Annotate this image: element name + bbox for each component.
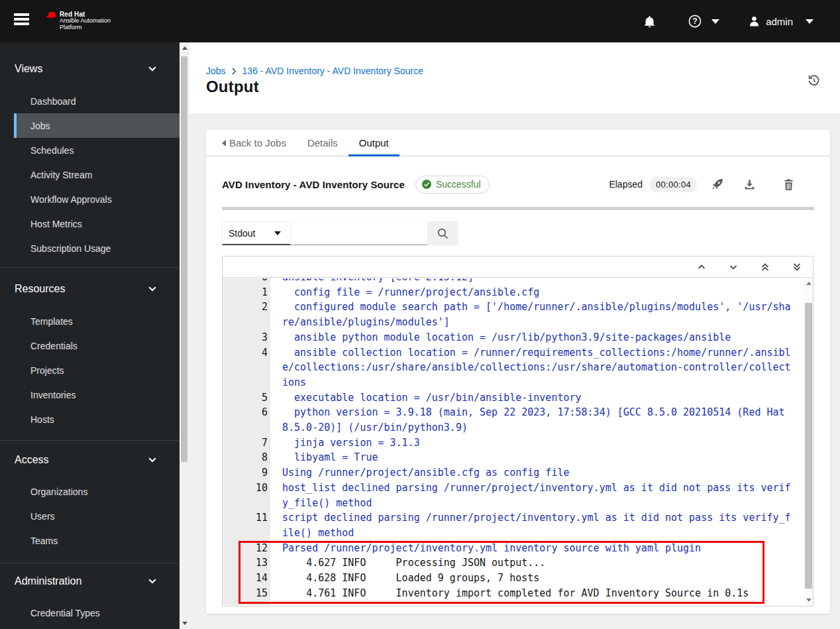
triangle-down-icon	[182, 622, 187, 625]
sidebar-item-credential-types[interactable]: Credential Types	[14, 600, 180, 625]
chevron-down-icon	[148, 457, 156, 463]
log-line: 6 python version = 3.9.18 (main, Sep 22 …	[223, 405, 813, 435]
sidebar-item-inventories[interactable]: Inventories	[14, 382, 180, 407]
log-line: 5 executable location = /usr/bin/ansible…	[223, 390, 813, 406]
status-badge[interactable]: Successful	[415, 176, 490, 194]
breadcrumb-jobs-link[interactable]: Jobs	[206, 66, 226, 76]
sidebar-nav: Views Dashboard Jobs Schedules Activity …	[0, 42, 180, 629]
caret-left-icon	[222, 140, 226, 146]
filter-selected-value: Stdout	[229, 228, 255, 239]
brand-product-line2: Platform	[60, 25, 111, 31]
chevron-up-icon	[697, 262, 706, 272]
masthead: Red Hat Ansible Automation Platform ?	[0, 0, 840, 42]
log-scrollbar-thumb[interactable]	[805, 303, 812, 589]
log-line-number[interactable]: 5	[223, 390, 270, 406]
angle-right-icon	[232, 68, 236, 75]
log-line-number[interactable]: 1	[223, 285, 270, 300]
log-line-text: ansible-inventory [core 2.15.12]	[282, 278, 791, 285]
sidebar-item-organizations[interactable]: Organizations	[14, 479, 180, 504]
log-line-number[interactable]: 4	[223, 345, 270, 390]
page-scrollbar[interactable]	[180, 42, 189, 629]
download-button[interactable]	[739, 179, 760, 190]
delete-button[interactable]	[778, 179, 799, 190]
log-line-text: script declined parsing /runner/project/…	[282, 510, 791, 540]
search-icon	[437, 228, 448, 239]
log-line-number[interactable]: 10	[223, 481, 270, 510]
log-line-number[interactable]: 11	[223, 510, 270, 540]
caret-down-icon	[711, 19, 719, 24]
sidebar-section-title[interactable]: Access	[0, 455, 180, 465]
log-line-number[interactable]: 14	[223, 571, 270, 586]
chevron-down-icon	[148, 286, 156, 292]
chevron-down-icon	[729, 262, 738, 272]
scroll-previous-button[interactable]	[686, 257, 717, 278]
log-scrollbar[interactable]	[804, 278, 813, 605]
tab-output[interactable]: Output	[348, 130, 399, 156]
log-line-text: 4.628 INFO Loaded 9 groups, 7 hosts	[282, 571, 791, 586]
breadcrumb-job-link[interactable]: 136 - AVD Inventory - AVD Inventory Sour…	[242, 66, 423, 76]
scroll-next-button[interactable]	[717, 257, 749, 278]
relaunch-button[interactable]	[707, 178, 728, 190]
sidebar-item-projects[interactable]: Projects	[14, 358, 180, 382]
sidebar-item-dashboard[interactable]: Dashboard	[14, 89, 180, 113]
log-line-text: ansible python module location = /usr/li…	[282, 330, 791, 345]
job-progress-bar	[222, 207, 814, 210]
log-line: 7 jinja version = 3.1.3	[223, 435, 813, 451]
sidebar-item-schedules[interactable]: Schedules	[14, 138, 180, 162]
log-line-number[interactable]: 2	[223, 300, 270, 329]
page-scrollbar-thumb[interactable]	[181, 56, 187, 462]
user-icon	[749, 15, 760, 27]
sidebar-section-title[interactable]: Views	[0, 64, 180, 74]
log-line-number[interactable]: 9	[223, 465, 270, 481]
sidebar-item-workflow-approvals[interactable]: Workflow Approvals	[14, 187, 180, 211]
log-line-number[interactable]: 8	[223, 450, 270, 465]
user-menu-button[interactable]: admin	[749, 15, 840, 27]
caret-down-icon	[274, 231, 281, 235]
scroll-up-button[interactable]	[180, 42, 189, 54]
sidebar-item-templates[interactable]: Templates	[14, 309, 180, 333]
log-line-number[interactable]: 0	[223, 278, 270, 285]
log-line-number[interactable]: 12	[223, 541, 270, 556]
sidebar-item-credentials[interactable]: Credentials	[14, 333, 180, 358]
log-line: 13 4.627 INFO Processing JSON output...	[223, 555, 813, 571]
status-text: Successful	[436, 179, 481, 190]
check-circle-icon	[422, 180, 431, 189]
log-line-number[interactable]: 15	[223, 586, 270, 601]
log-line-number[interactable]: 13	[223, 555, 270, 571]
log-line-text: jinja version = 3.1.3	[282, 435, 791, 451]
log-line-number[interactable]: 6	[223, 405, 270, 435]
log-line-text: executable location = /usr/bin/ansible-i…	[282, 390, 791, 406]
log-pane-toolbar	[223, 257, 813, 278]
scroll-down-button[interactable]	[180, 618, 189, 629]
search-button[interactable]	[427, 221, 458, 245]
nav-toggle-button[interactable]	[14, 13, 29, 25]
log-line: 12 Parsed /runner/project/inventory.yml …	[223, 541, 813, 556]
tab-back-to-jobs[interactable]: Back to Jobs	[211, 130, 297, 156]
help-button[interactable]: ?	[688, 15, 702, 28]
sidebar-item-host-metrics[interactable]: Host Metrics	[14, 211, 180, 236]
page-header: Jobs 136 - AVD Inventory - AVD Inventory…	[189, 42, 840, 113]
scroll-first-button[interactable]	[749, 257, 781, 278]
log-line-text: ansible collection location = /runner/re…	[282, 345, 791, 390]
scroll-last-button[interactable]	[781, 257, 813, 278]
log-line-number[interactable]: 7	[223, 435, 270, 451]
sidebar-item-users[interactable]: Users	[14, 504, 180, 528]
sidebar-section-title[interactable]: Administration	[0, 576, 180, 587]
sidebar-item-subscription-usage[interactable]: Subscription Usage	[14, 236, 180, 260]
log-line-text: Parsed /runner/project/inventory.yml inv…	[282, 541, 791, 556]
stdout-filter-select[interactable]: Stdout	[222, 221, 291, 245]
search-input[interactable]	[291, 221, 427, 245]
sidebar-item-hosts[interactable]: Hosts	[14, 407, 180, 431]
sidebar-item-activity-stream[interactable]: Activity Stream	[14, 162, 180, 187]
log-line-number[interactable]: 3	[223, 330, 270, 345]
search-toolbar: Stdout	[222, 221, 458, 245]
tab-details[interactable]: Details	[297, 130, 348, 156]
log-line-text: 4.627 INFO Processing JSON output...	[282, 555, 791, 571]
help-dropdown-toggle[interactable]	[711, 19, 719, 24]
sidebar-section-title[interactable]: Resources	[0, 284, 180, 294]
sidebar-item-jobs[interactable]: Jobs	[14, 113, 180, 138]
sidebar-item-teams[interactable]: Teams	[14, 528, 180, 553]
history-button[interactable]	[808, 75, 819, 88]
notifications-button[interactable]	[643, 15, 656, 28]
main-content: Jobs 136 - AVD Inventory - AVD Inventory…	[189, 42, 840, 629]
